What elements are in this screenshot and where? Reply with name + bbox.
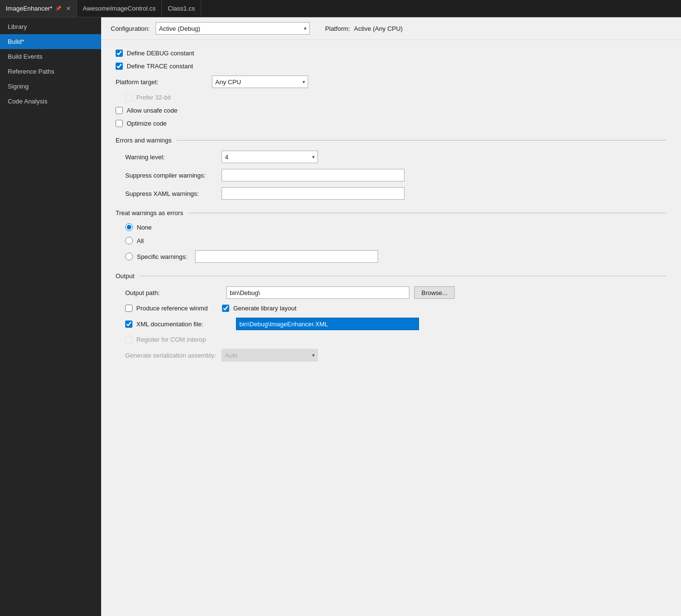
define-trace-checkbox[interactable] bbox=[116, 63, 123, 70]
config-label: Configuration: bbox=[111, 25, 150, 32]
gen-serialization-select[interactable]: Auto bbox=[222, 349, 318, 361]
define-debug-row: Define DEBUG constant bbox=[116, 50, 667, 57]
suppress-compiler-input[interactable] bbox=[222, 169, 405, 181]
generate-lib-layout-label: Generate library layout bbox=[233, 305, 297, 312]
sidebar: Library Build* Build Events Reference Pa… bbox=[0, 17, 101, 616]
warning-level-row: Warning level: 0 1 2 3 4 bbox=[125, 151, 667, 163]
configuration-select[interactable]: Active (Debug) Debug Release All Configu… bbox=[156, 22, 310, 35]
xml-doc-label: XML documentation file: bbox=[136, 321, 203, 328]
gen-serialization-label: Generate serialization assembly: bbox=[125, 352, 222, 359]
output-path-row: Output path: Browse... bbox=[125, 286, 667, 299]
treat-all-row: All bbox=[125, 237, 667, 244]
prefer-32bit-row: Prefer 32-bit bbox=[125, 94, 667, 101]
config-select-wrapper: Active (Debug) Debug Release All Configu… bbox=[156, 22, 310, 35]
generate-lib-layout-checkbox[interactable] bbox=[222, 305, 229, 312]
suppress-xaml-label: Suppress XAML warnings: bbox=[125, 190, 222, 197]
treat-warnings-line bbox=[188, 213, 667, 213]
treat-warnings-label: Treat warnings as errors bbox=[116, 209, 183, 217]
warning-level-select[interactable]: 0 1 2 3 4 bbox=[222, 151, 318, 163]
platform-target-row: Platform target: Any CPU x86 x64 ARM bbox=[116, 76, 667, 88]
optimize-code-row: Optimize code bbox=[116, 120, 667, 127]
define-debug-label: Define DEBUG constant bbox=[127, 50, 194, 57]
treat-warnings-header: Treat warnings as errors bbox=[116, 209, 667, 217]
sidebar-item-build-events[interactable]: Build Events bbox=[0, 49, 101, 64]
platform-target-select-wrapper: Any CPU x86 x64 ARM bbox=[212, 76, 308, 88]
output-line bbox=[139, 276, 667, 276]
platform-label: Platform: bbox=[325, 25, 350, 32]
define-trace-label: Define TRACE constant bbox=[127, 63, 193, 70]
warning-level-label: Warning level: bbox=[125, 154, 222, 161]
pin-icon[interactable]: 📌 bbox=[55, 6, 61, 11]
define-debug-checkbox[interactable] bbox=[116, 50, 123, 57]
treat-specific-row: Specific warnings: bbox=[125, 250, 667, 263]
config-bar: Configuration: Active (Debug) Debug Rele… bbox=[101, 17, 681, 40]
xml-doc-input[interactable] bbox=[236, 318, 419, 330]
sidebar-item-code-analysis[interactable]: Code Analysis bbox=[0, 94, 101, 109]
close-icon[interactable]: ✕ bbox=[66, 5, 71, 12]
suppress-compiler-label: Suppress compiler warnings: bbox=[125, 172, 222, 179]
tab-class1[interactable]: Class1.cs bbox=[162, 0, 201, 17]
generate-lib-layout-row: Generate library layout bbox=[222, 305, 297, 312]
winmd-library-row: Produce reference winmd Generate library… bbox=[125, 305, 667, 312]
output-path-label: Output path: bbox=[125, 289, 222, 296]
xml-doc-checkbox-row: XML documentation file: bbox=[125, 321, 231, 328]
treat-all-label: All bbox=[137, 237, 144, 244]
sidebar-item-library[interactable]: Library bbox=[0, 19, 101, 34]
content-area: Configuration: Active (Debug) Debug Rele… bbox=[101, 17, 681, 616]
produce-ref-winmd-checkbox[interactable] bbox=[125, 305, 132, 312]
tab-bar: ImageEnhancer* 📌 ✕ AwesomeImageControl.c… bbox=[0, 0, 681, 17]
suppress-compiler-row: Suppress compiler warnings: bbox=[125, 169, 667, 181]
treat-none-radio[interactable] bbox=[125, 223, 133, 231]
produce-ref-winmd-label: Produce reference winmd bbox=[136, 305, 208, 312]
optimize-code-label: Optimize code bbox=[127, 120, 167, 127]
errors-warnings-header: Errors and warnings bbox=[116, 137, 667, 144]
treat-specific-input[interactable] bbox=[195, 250, 378, 263]
allow-unsafe-checkbox[interactable] bbox=[116, 107, 123, 114]
prefer-32bit-label: Prefer 32-bit bbox=[136, 94, 171, 101]
suppress-xaml-row: Suppress XAML warnings: bbox=[125, 187, 667, 200]
tab-label: ImageEnhancer* bbox=[6, 5, 52, 12]
gen-serialization-select-wrapper: Auto bbox=[222, 349, 318, 361]
platform-value: Active (Any CPU) bbox=[354, 25, 403, 32]
xml-doc-row: XML documentation file: bbox=[125, 318, 667, 330]
output-label: Output bbox=[116, 272, 134, 280]
platform-section: Platform: Active (Any CPU) bbox=[325, 25, 403, 32]
allow-unsafe-row: Allow unsafe code bbox=[116, 107, 667, 114]
form-area: Define DEBUG constant Define TRACE const… bbox=[101, 40, 681, 377]
xml-doc-checkbox[interactable] bbox=[125, 321, 132, 328]
platform-target-label: Platform target: bbox=[116, 78, 212, 86]
treat-specific-label: Specific warnings: bbox=[137, 253, 187, 260]
gen-serialization-row: Generate serialization assembly: Auto bbox=[125, 349, 667, 361]
errors-warnings-label: Errors and warnings bbox=[116, 137, 171, 144]
main-layout: Library Build* Build Events Reference Pa… bbox=[0, 17, 681, 616]
sidebar-item-signing[interactable]: Signing bbox=[0, 79, 101, 94]
treat-all-radio[interactable] bbox=[125, 237, 133, 244]
register-com-label: Register for COM interop bbox=[136, 336, 206, 343]
treat-specific-radio[interactable] bbox=[125, 253, 133, 260]
treat-none-row: None bbox=[125, 223, 667, 231]
tab-image-enhancer[interactable]: ImageEnhancer* 📌 ✕ bbox=[0, 0, 77, 17]
register-com-row: Register for COM interop bbox=[125, 336, 667, 343]
define-trace-row: Define TRACE constant bbox=[116, 63, 667, 70]
tab-label: AwesomeImageControl.cs bbox=[83, 5, 156, 12]
suppress-xaml-input[interactable] bbox=[222, 187, 405, 200]
output-path-input[interactable] bbox=[226, 286, 409, 299]
platform-target-select[interactable]: Any CPU x86 x64 ARM bbox=[212, 76, 308, 88]
tab-awesome-image-control[interactable]: AwesomeImageControl.cs bbox=[77, 0, 162, 17]
allow-unsafe-label: Allow unsafe code bbox=[127, 107, 178, 114]
optimize-code-checkbox[interactable] bbox=[116, 120, 123, 127]
sidebar-item-reference-paths[interactable]: Reference Paths bbox=[0, 64, 101, 79]
sidebar-item-build[interactable]: Build* bbox=[0, 34, 101, 49]
warning-level-select-wrapper: 0 1 2 3 4 bbox=[222, 151, 318, 163]
treat-none-label: None bbox=[137, 224, 152, 231]
browse-button[interactable]: Browse... bbox=[414, 286, 455, 299]
tab-label: Class1.cs bbox=[168, 5, 195, 12]
prefer-32bit-checkbox[interactable] bbox=[125, 94, 132, 101]
produce-ref-winmd-row: Produce reference winmd bbox=[125, 305, 208, 312]
errors-warnings-line bbox=[176, 140, 667, 141]
register-com-checkbox[interactable] bbox=[125, 336, 132, 343]
output-header: Output bbox=[116, 272, 667, 280]
